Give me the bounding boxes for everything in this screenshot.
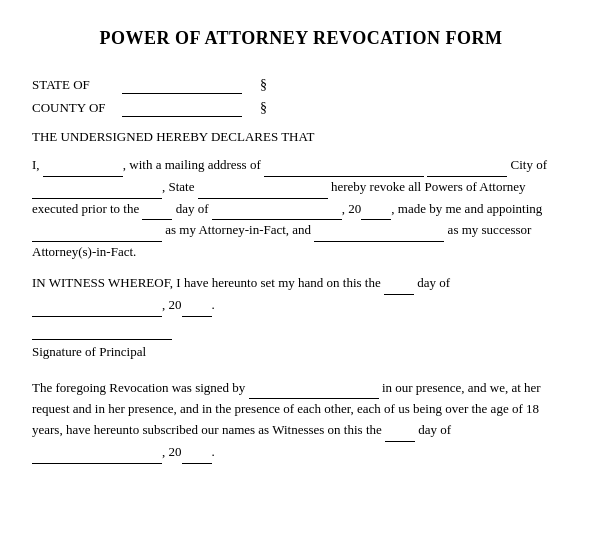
state-name-field[interactable] (198, 177, 328, 199)
witness-paragraph: IN WITNESS WHEREOF, I have hereunto set … (32, 273, 570, 317)
month-field[interactable] (212, 199, 342, 221)
witness-year-field[interactable] (182, 295, 212, 317)
attorney-field[interactable] (32, 220, 162, 242)
signature-line (32, 339, 172, 340)
state-field[interactable] (122, 77, 242, 94)
city-field[interactable] (32, 177, 162, 199)
body-paragraph: I, , with a mailing address of City of ,… (32, 155, 570, 263)
foregoing-paragraph: The foregoing Revocation was signed by i… (32, 378, 570, 464)
section-symbol-state: § (260, 77, 267, 93)
address-field[interactable] (264, 155, 424, 177)
address2-field[interactable] (427, 155, 507, 177)
document-title: POWER OF ATTORNEY REVOCATION FORM (32, 28, 570, 49)
state-county-block: STATE OF § COUNTY OF § (32, 77, 570, 117)
name-field[interactable] (43, 155, 123, 177)
declares-line: THE UNDERSIGNED HEREBY DECLARES THAT (32, 129, 570, 145)
foregoing-year-field[interactable] (182, 442, 212, 464)
year-field[interactable] (361, 199, 391, 221)
county-line: COUNTY OF § (32, 100, 570, 117)
county-field[interactable] (122, 100, 242, 117)
witness-day-field[interactable] (384, 273, 414, 295)
successor-field[interactable] (314, 220, 444, 242)
state-label: STATE OF (32, 77, 122, 93)
witness-month-field[interactable] (32, 295, 162, 317)
signature-label: Signature of Principal (32, 344, 570, 360)
foregoing-day-field[interactable] (385, 420, 415, 442)
foregoing-name-field[interactable] (249, 378, 379, 400)
document: POWER OF ATTORNEY REVOCATION FORM STATE … (0, 0, 602, 553)
day-field[interactable] (142, 199, 172, 221)
signature-block: Signature of Principal (32, 339, 570, 360)
section-symbol-county: § (260, 100, 267, 116)
county-label: COUNTY OF (32, 100, 122, 116)
state-line: STATE OF § (32, 77, 570, 94)
foregoing-month-field[interactable] (32, 442, 162, 464)
